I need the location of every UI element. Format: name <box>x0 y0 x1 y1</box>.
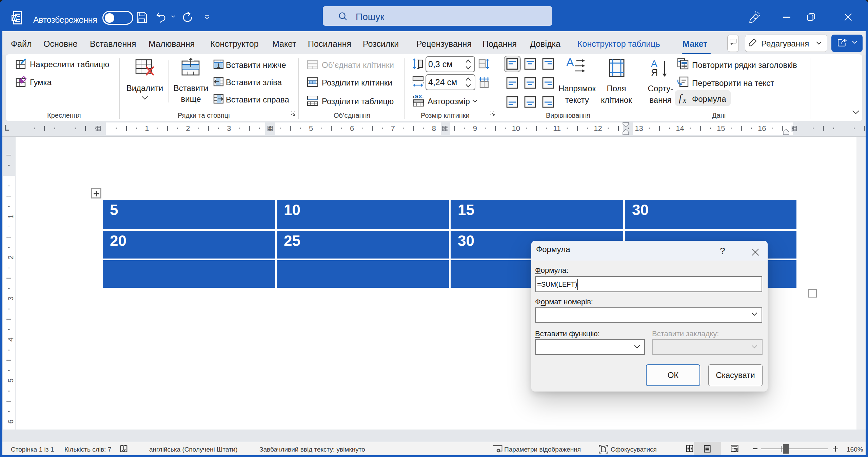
svg-text:8: 8 <box>432 124 436 133</box>
svg-text:5: 5 <box>6 379 15 383</box>
svg-text:11: 11 <box>553 124 561 133</box>
svg-text:W: W <box>12 15 17 21</box>
svg-text:6: 6 <box>350 124 354 133</box>
svg-text:2: 2 <box>6 255 15 260</box>
svg-text:1: 1 <box>145 124 149 133</box>
svg-text:x: x <box>683 96 687 104</box>
svg-text:13: 13 <box>635 124 643 133</box>
svg-text:10: 10 <box>512 124 520 133</box>
svg-text:16: 16 <box>758 124 766 133</box>
svg-text:A: A <box>566 57 574 69</box>
svg-text:12: 12 <box>594 124 602 133</box>
svg-text:f: f <box>679 92 683 103</box>
svg-text:14: 14 <box>676 124 684 133</box>
svg-text:5: 5 <box>309 124 313 133</box>
svg-text:2: 2 <box>186 124 190 133</box>
svg-text:4: 4 <box>268 124 272 133</box>
svg-text:3: 3 <box>6 297 15 301</box>
svg-text:Я: Я <box>651 67 658 78</box>
svg-text:7: 7 <box>391 124 395 133</box>
svg-text:3: 3 <box>227 124 231 133</box>
svg-text:9: 9 <box>473 124 477 133</box>
svg-text:15: 15 <box>717 124 725 133</box>
svg-text:1: 1 <box>6 214 15 218</box>
svg-text:6: 6 <box>6 419 15 423</box>
svg-text:4: 4 <box>6 338 15 342</box>
